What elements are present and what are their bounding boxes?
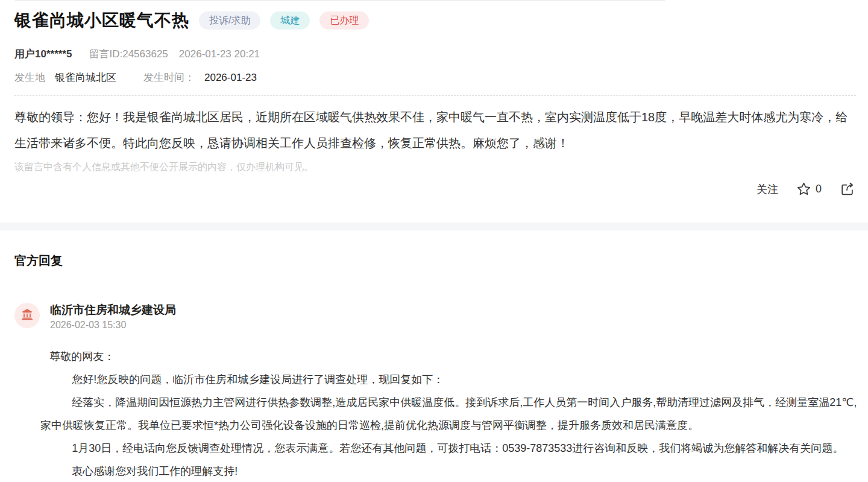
dashed-divider (14, 95, 856, 96)
agency-block: 临沂市住房和城乡建设局 2026-02-03 15:30 (50, 303, 176, 331)
reply-paragraph: 衷心感谢您对我们工作的理解支持! (40, 460, 857, 482)
complaint-card: 银雀尚城小区暖气不热 投诉/求助 城建 已办理 用户10*****5 留言ID:… (0, 0, 868, 197)
username: 用户10*****5 (14, 47, 72, 61)
government-building-icon (20, 307, 34, 324)
meta-row-user: 用户10*****5 留言ID:24563625 2026-01-23 20:2… (14, 47, 856, 61)
meta-row-location: 发生地 银雀尚城北区 发生时间： 2026-01-23 (14, 71, 856, 84)
reply-body: 尊敬的网友： 您好!您反映的问题，临沂市住房和城乡建设局进行了调查处理，现回复如… (40, 345, 857, 482)
page: 银雀尚城小区暖气不热 投诉/求助 城建 已办理 用户10*****5 留言ID:… (0, 0, 868, 482)
occur-time-value: 2026-01-23 (204, 72, 257, 84)
page-title: 银雀尚城小区暖气不热 (14, 8, 189, 33)
post-time: 2026-01-23 20:21 (179, 48, 260, 60)
reply-time: 2026-02-03 15:30 (50, 320, 176, 331)
reply-paragraph: 您好!您反映的问题，临沂市住房和城乡建设局进行了调查处理，现回复如下： (40, 368, 857, 391)
star-button[interactable]: 0 (796, 182, 822, 197)
title-row: 银雀尚城小区暖气不热 投诉/求助 城建 已办理 (14, 8, 856, 33)
tag-complaint-type[interactable]: 投诉/求助 (199, 11, 260, 30)
location-value: 银雀尚城北区 (55, 71, 116, 84)
official-reply-heading: 官方回复 (14, 253, 857, 269)
share-button[interactable] (840, 182, 855, 197)
location-label: 发生地 (14, 71, 45, 84)
reply-paragraph: 经落实，降温期间因恒源热力主管网进行供热参数调整,造成居民家中供暖温度低。接到诉… (40, 391, 857, 437)
privacy-note: 该留言中含有个人信息或其他不便公开展示的内容，仅办理机构可见。 (14, 161, 856, 173)
agency-avatar (14, 303, 40, 328)
official-reply-section: 官方回复 临沂市住房和城乡建设局 2026-02-0 (0, 253, 868, 482)
star-count: 0 (816, 183, 822, 195)
star-icon (796, 182, 811, 197)
action-bar: 关注 0 (14, 182, 856, 197)
agency-name: 临沂市住房和城乡建设局 (50, 303, 176, 317)
message-id: 留言ID:24563625 (89, 47, 168, 61)
follow-button[interactable]: 关注 (756, 182, 778, 197)
top-divider (15, 0, 665, 1)
occur-time-label: 发生时间： (143, 71, 195, 84)
tag-status-badge: 已办理 (319, 11, 369, 30)
reply-paragraph: 1月30日，经电话向您反馈调查处理情况，您表示满意。若您还有其他问题，可拨打电话… (40, 437, 857, 460)
complaint-body: 尊敬的领导：您好！我是银雀尚城北区居民，近期所在区域暖气供热效果不佳，家中暖气一… (14, 104, 856, 156)
reply-header: 临沂市住房和城乡建设局 2026-02-03 15:30 (14, 303, 857, 331)
tag-category[interactable]: 城建 (270, 11, 310, 30)
share-icon (840, 182, 855, 197)
section-separator (0, 223, 868, 230)
reply-paragraph: 尊敬的网友： (40, 345, 857, 368)
